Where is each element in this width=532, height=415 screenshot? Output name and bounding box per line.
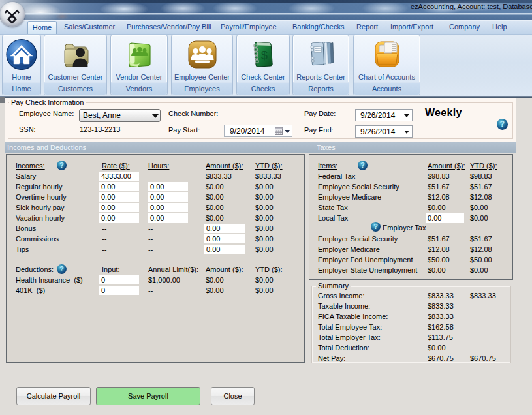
svg-text:$: $ [261,49,268,62]
